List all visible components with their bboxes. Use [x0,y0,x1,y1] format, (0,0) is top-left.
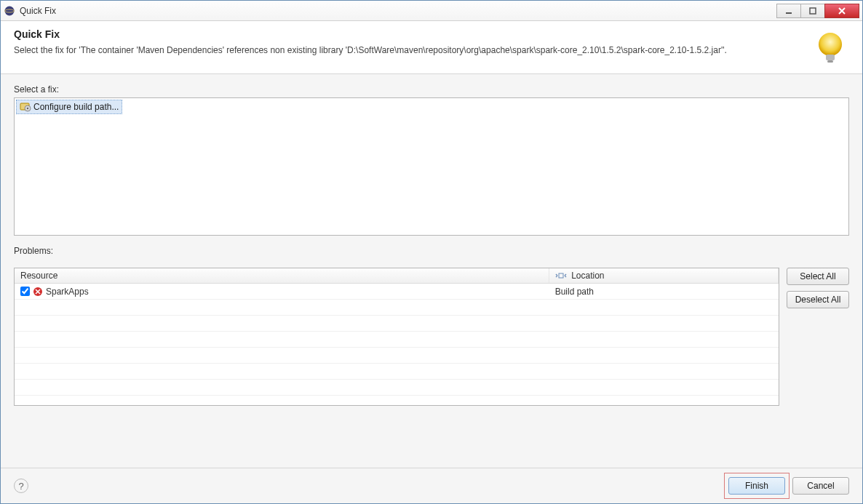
app-eclipse-icon [4,5,15,17]
project-settings-icon [20,101,31,113]
column-header-location[interactable]: Location [549,268,779,284]
svg-point-4 [819,33,842,56]
finish-button[interactable]: Finish [728,477,785,495]
help-icon[interactable]: ? [14,479,28,493]
minimize-button[interactable] [776,4,801,18]
select-fix-label: Select a fix: [14,84,849,95]
table-row [15,348,779,364]
quick-fix-dialog: Quick Fix Quick Fix Select the fix for '… [0,0,863,504]
window-controls [777,4,859,18]
dialog-title: Quick Fix [14,28,803,40]
row-checkbox[interactable] [20,287,30,296]
svg-point-0 [5,6,15,15]
dialog-header: Quick Fix Select the fix for 'The contai… [1,21,862,74]
table-row [15,364,779,380]
close-button[interactable] [824,4,859,18]
fix-item-label: Configure build path... [33,102,119,112]
lightbulb-icon [811,28,849,66]
error-icon [33,287,43,297]
location-cell: Build path [555,287,594,297]
svg-rect-3 [810,8,816,14]
maximize-button[interactable] [800,4,825,18]
svg-rect-2 [786,12,792,14]
table-row [15,332,779,348]
svg-point-9 [27,108,28,109]
resource-cell: SparkApps [46,287,89,297]
location-icon [555,271,567,280]
table-row[interactable]: SparkApps Build path [15,284,779,300]
window-title: Quick Fix [20,6,56,16]
column-header-resource[interactable]: Resource [15,268,549,284]
selection-buttons: Select All Deselect All [787,268,849,406]
svg-rect-6 [827,60,833,63]
titlebar: Quick Fix [1,1,862,21]
fix-list[interactable]: Configure build path... [14,97,849,236]
dialog-body: Select a fix: Configure build path... Pr… [1,74,862,468]
svg-rect-10 [559,273,563,278]
table-row [15,316,779,332]
problems-table[interactable]: Resource Location SparkA [14,268,779,406]
dialog-description: Select the fix for 'The container 'Maven… [14,44,803,57]
cancel-button[interactable]: Cancel [792,477,849,495]
fix-item-configure-build-path[interactable]: Configure build path... [16,100,122,114]
deselect-all-button[interactable]: Deselect All [787,291,849,308]
table-row [15,300,779,316]
table-row [15,380,779,396]
dialog-footer: ? Finish Cancel [1,468,862,503]
select-all-button[interactable]: Select All [787,268,849,285]
problems-label: Problems: [14,246,849,256]
svg-rect-5 [826,55,835,60]
